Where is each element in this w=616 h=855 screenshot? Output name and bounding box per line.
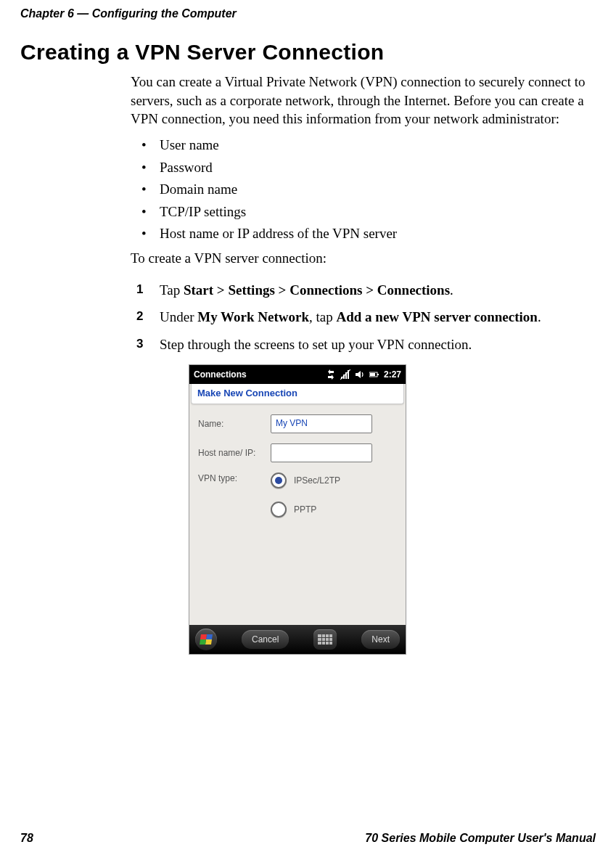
step-1: 1 Tap Start > Settings > Connections > C… bbox=[131, 281, 595, 300]
screenshot-topbar: Connections 2 bbox=[189, 365, 406, 384]
lead-sentence: To create a VPN server connection: bbox=[131, 249, 595, 268]
windows-logo-icon bbox=[200, 634, 213, 645]
chapter-header: Chapter 6 — Configuring the Computer bbox=[20, 7, 237, 20]
start-button[interactable] bbox=[195, 629, 217, 650]
manual-title: 70 Series Mobile Computer User's Manual bbox=[365, 832, 596, 845]
sync-icon bbox=[326, 369, 336, 380]
name-input[interactable]: My VPN bbox=[271, 414, 372, 433]
vpn-type-label: VPN type: bbox=[198, 472, 271, 484]
bullet-item: TCP/IP settings bbox=[131, 202, 595, 221]
step-3: 3 Step through the screens to set up you… bbox=[131, 335, 595, 655]
cancel-button[interactable]: Cancel bbox=[242, 630, 289, 649]
keyboard-button[interactable] bbox=[313, 629, 337, 650]
steps-list: 1 Tap Start > Settings > Connections > C… bbox=[131, 281, 595, 655]
step-number: 3 bbox=[136, 336, 143, 353]
step-text-bold2: Add a new VPN server connection bbox=[336, 309, 537, 324]
step-text-mid: , tap bbox=[309, 309, 336, 324]
body-content: You can create a Virtual Private Network… bbox=[131, 73, 595, 663]
svg-rect-6 bbox=[370, 373, 375, 376]
page-number: 78 bbox=[20, 832, 33, 845]
radio-pptp[interactable] bbox=[271, 502, 287, 518]
step-text: Step through the screens to set up your … bbox=[160, 337, 472, 352]
step-2: 2 Under My Work Network, tap Add a new V… bbox=[131, 308, 595, 327]
battery-icon bbox=[369, 369, 379, 380]
step-text-post: . bbox=[450, 282, 453, 298]
name-label: Name: bbox=[198, 418, 271, 430]
step-number: 1 bbox=[136, 282, 143, 298]
step-text-post: . bbox=[538, 309, 541, 324]
bullet-item: Domain name bbox=[131, 180, 595, 199]
host-input[interactable] bbox=[271, 443, 372, 462]
screenshot-bottombar: Cancel Next bbox=[189, 625, 406, 654]
step-text-pre: Under bbox=[160, 309, 197, 324]
bullet-item: Host name or IP address of the VPN serve… bbox=[131, 224, 595, 243]
screenshot-subtitle: Make New Connection bbox=[191, 384, 404, 405]
radio-pptp-label: PPTP bbox=[294, 504, 316, 515]
volume-icon bbox=[355, 369, 365, 380]
screenshot-form: Name: My VPN Host name/ IP: VPN type: IP… bbox=[189, 404, 406, 624]
device-screenshot: Connections 2 bbox=[189, 364, 406, 655]
bullet-item: Password bbox=[131, 158, 595, 177]
step-text-pre: Tap bbox=[160, 282, 184, 298]
bullet-item: User name bbox=[131, 136, 595, 155]
screenshot-time: 2:27 bbox=[384, 369, 401, 380]
radio-ipsec[interactable] bbox=[271, 472, 287, 488]
intro-paragraph: You can create a Virtual Private Network… bbox=[131, 73, 595, 128]
page-title: Creating a VPN Server Connection bbox=[20, 40, 384, 65]
host-label: Host name/ IP: bbox=[198, 447, 271, 459]
signal-icon bbox=[340, 369, 350, 380]
step-text-bold: Start > Settings > Connections > Connect… bbox=[184, 282, 450, 298]
next-button[interactable]: Next bbox=[361, 630, 400, 649]
step-number: 2 bbox=[136, 308, 143, 325]
svg-rect-7 bbox=[377, 374, 379, 375]
keyboard-icon bbox=[318, 634, 332, 645]
screenshot-app-title: Connections bbox=[194, 369, 326, 380]
radio-ipsec-label: IPSec/L2TP bbox=[294, 475, 340, 486]
page-footer: 78 70 Series Mobile Computer User's Manu… bbox=[20, 832, 596, 845]
screenshot-status-icons: 2:27 bbox=[326, 369, 401, 380]
step-text-bold1: My Work Network bbox=[197, 309, 309, 324]
bullet-list: User name Password Domain name TCP/IP se… bbox=[131, 136, 595, 243]
